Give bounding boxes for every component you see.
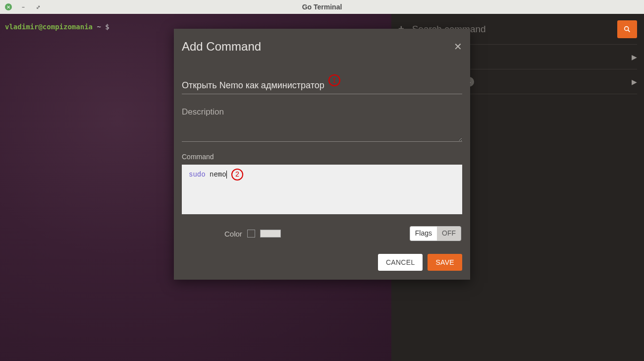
search-button[interactable] xyxy=(617,20,637,38)
command-input[interactable]: sudo nemo 2 xyxy=(182,165,462,214)
svg-line-1 xyxy=(628,30,630,32)
window-controls: ✕ – ⤢ xyxy=(0,3,42,10)
color-label: Color xyxy=(224,230,242,238)
annotation-2: 2 xyxy=(231,169,243,180)
minimize-window-icon[interactable]: – xyxy=(20,3,27,10)
prompt-path: ~ xyxy=(97,23,105,31)
color-group: Color xyxy=(224,230,281,238)
play-icon[interactable]: ▶ xyxy=(632,53,637,61)
window-title: Go Terminal xyxy=(302,3,342,11)
svg-point-0 xyxy=(625,26,629,30)
save-button[interactable]: SAVE xyxy=(428,254,462,271)
prompt-user: vladimir@compizomania xyxy=(5,23,93,31)
color-checkbox[interactable] xyxy=(247,230,255,238)
color-swatch[interactable] xyxy=(260,230,281,238)
command-name-input[interactable] xyxy=(182,77,462,94)
close-icon[interactable]: ✕ xyxy=(454,41,462,53)
maximize-window-icon[interactable]: ⤢ xyxy=(35,3,42,10)
options-row: Color Flags OFF xyxy=(182,226,462,241)
name-field-row: 1 xyxy=(182,77,462,94)
description-input[interactable] xyxy=(182,118,462,142)
command-keyword: sudo xyxy=(189,171,206,179)
flags-state: OFF xyxy=(437,227,461,241)
close-window-icon[interactable]: ✕ xyxy=(5,3,12,10)
search-icon xyxy=(623,25,631,33)
cancel-button[interactable]: CANCEL xyxy=(378,254,423,271)
play-icon[interactable]: ▶ xyxy=(632,78,637,86)
command-text: nemo xyxy=(206,171,227,179)
dialog-title: Add Command xyxy=(182,40,261,54)
command-label: Command xyxy=(182,153,462,161)
flags-label: Flags xyxy=(410,227,437,241)
flags-toggle[interactable]: Flags OFF xyxy=(410,226,461,241)
prompt-symbol: $ xyxy=(105,23,109,31)
description-label: Description xyxy=(182,107,462,117)
dialog-buttons: CANCEL SAVE xyxy=(182,254,462,271)
add-command-dialog: Add Command ✕ 1 Description Command sudo… xyxy=(174,29,470,280)
window-titlebar: ✕ – ⤢ Go Terminal xyxy=(0,0,644,14)
annotation-1: 1 xyxy=(328,74,340,86)
